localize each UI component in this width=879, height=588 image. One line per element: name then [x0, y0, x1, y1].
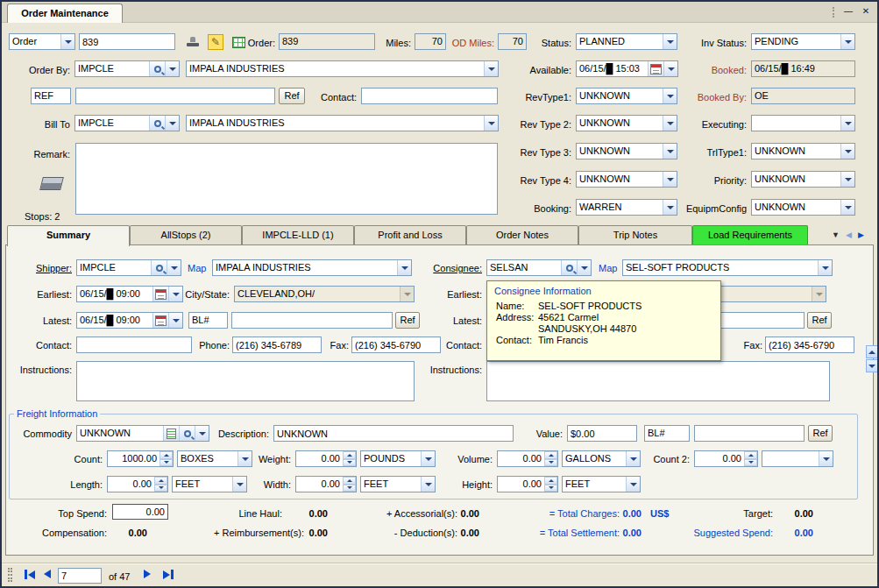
top-spend-field[interactable]: 0.00 — [112, 504, 168, 520]
count-unit-select[interactable]: BOXES — [177, 450, 252, 467]
minimize-button[interactable]: — — [841, 5, 855, 18]
calendar-icon[interactable] — [152, 313, 168, 328]
shipper-fax-input[interactable] — [351, 337, 441, 353]
close-button[interactable]: ✕ — [859, 5, 873, 18]
lookup-icon[interactable] — [179, 426, 195, 441]
consignee-fax-input[interactable] — [765, 337, 854, 353]
status-select[interactable]: PLANNED — [576, 33, 677, 50]
shipper-instructions-textarea[interactable] — [76, 361, 415, 401]
ref-button[interactable]: Ref — [279, 88, 305, 104]
ref-type-box[interactable]: REF — [31, 88, 71, 104]
record-number-input[interactable] — [58, 568, 102, 584]
spin-down-icon[interactable] — [343, 459, 356, 467]
remark-eraser-button[interactable] — [39, 172, 65, 195]
tab-scroll-right-icon[interactable]: ▶ — [858, 229, 864, 241]
chevron-down-icon[interactable] — [663, 34, 677, 49]
freight-ref-button[interactable]: Ref — [808, 425, 833, 442]
width-unit-select[interactable]: FEET — [360, 476, 436, 492]
order-search-input[interactable] — [79, 33, 175, 50]
tab-profit-and-loss[interactable]: Profit and Loss — [354, 225, 466, 244]
commodity-combo[interactable]: UNKNOWN — [76, 425, 209, 442]
calendar-icon[interactable] — [648, 61, 663, 76]
shipper-phone-input[interactable] — [232, 337, 322, 353]
consignee-label[interactable]: Consignee: — [426, 262, 482, 274]
chevron-down-icon[interactable] — [577, 260, 591, 275]
chevron-down-icon[interactable] — [840, 116, 854, 131]
length-stepper[interactable]: 0.00 — [107, 476, 168, 492]
remark-textarea[interactable] — [75, 143, 498, 215]
spin-up-icon[interactable] — [544, 477, 557, 485]
spin-up-icon[interactable] — [343, 451, 356, 459]
bill-to-name-combo[interactable]: IMPALA INDUSTRIES — [186, 115, 499, 131]
chevron-down-icon[interactable] — [663, 200, 677, 215]
consignee-name-combo[interactable]: SEL-SOFT PRODUCTS — [622, 259, 833, 276]
tab-order-notes[interactable]: Order Notes — [466, 225, 578, 244]
executing-select[interactable] — [751, 115, 855, 131]
spin-down-icon[interactable] — [343, 485, 356, 492]
next-record-button[interactable] — [144, 570, 151, 578]
spin-up-icon[interactable] — [343, 477, 356, 485]
spin-down-icon[interactable] — [744, 459, 757, 467]
shipper-name-combo[interactable]: IMPALA INDUSTRIES — [212, 259, 412, 276]
chevron-down-icon[interactable] — [840, 144, 854, 159]
panel-scroll-down-button[interactable] — [866, 359, 878, 372]
tab-trip-notes[interactable]: Trip Notes — [578, 225, 692, 244]
tab-impcle-lld[interactable]: IMPCLE-LLD (1) — [242, 225, 354, 244]
tab-menu-icon[interactable]: ▼ — [832, 229, 840, 241]
chevron-down-icon[interactable] — [421, 477, 435, 492]
count-stepper[interactable]: 1000.00 — [107, 450, 174, 467]
priority-select[interactable]: UNKNOWN — [751, 171, 855, 188]
rev-type2-select[interactable]: UNKNOWN — [576, 115, 677, 131]
calendar-icon[interactable] — [152, 287, 168, 301]
spin-down-icon[interactable] — [544, 485, 557, 492]
spin-up-icon[interactable] — [159, 451, 173, 459]
chevron-down-icon[interactable] — [840, 172, 854, 187]
chevron-down-icon[interactable] — [168, 313, 182, 328]
height-unit-select[interactable]: FEET — [562, 476, 641, 492]
rev-type3-select[interactable]: UNKNOWN — [576, 143, 677, 159]
chevron-down-icon[interactable] — [663, 172, 677, 187]
tab-scroll-left-icon[interactable]: ◀ — [846, 229, 852, 241]
order-by-code-combo[interactable]: IMPCLE — [74, 60, 180, 77]
volume-stepper[interactable]: 0.00 — [497, 450, 558, 467]
edit-button[interactable]: ✎ — [205, 32, 226, 52]
order-by-name-combo[interactable]: IMPALA INDUSTRIES — [186, 60, 499, 77]
nav-grip[interactable] — [8, 568, 12, 582]
spin-up-icon[interactable] — [744, 451, 757, 459]
shipper-bl-input[interactable] — [231, 312, 393, 329]
shipper-bl-box[interactable]: BL# — [188, 312, 228, 329]
chevron-down-icon[interactable] — [167, 260, 181, 275]
inv-status-select[interactable]: PENDING — [751, 33, 855, 50]
window-title-tab[interactable]: Order Maintenance — [7, 4, 123, 23]
tab-allstops[interactable]: AllStops (2) — [130, 225, 242, 244]
chevron-down-icon[interactable] — [663, 89, 677, 103]
chevron-down-icon[interactable] — [840, 200, 854, 215]
panel-scroll-up-button[interactable] — [866, 345, 878, 358]
revtype1-select[interactable]: UNKNOWN — [576, 88, 677, 104]
width-stepper[interactable]: 0.00 — [295, 476, 357, 492]
chevron-down-icon[interactable] — [840, 34, 854, 49]
last-record-button[interactable] — [163, 570, 174, 579]
count2-unit-select[interactable] — [762, 450, 833, 467]
spin-down-icon[interactable] — [154, 485, 167, 492]
chevron-down-icon[interactable] — [165, 61, 179, 76]
lookup-icon[interactable] — [149, 61, 165, 76]
spin-up-icon[interactable] — [154, 477, 167, 485]
chevron-down-icon[interactable] — [421, 451, 435, 466]
chevron-down-icon[interactable] — [819, 451, 833, 466]
chevron-down-icon[interactable] — [663, 116, 677, 131]
chevron-down-icon[interactable] — [195, 426, 209, 441]
shipper-ref-button[interactable]: Ref — [395, 312, 420, 329]
tab-summary[interactable]: Summary — [7, 225, 130, 246]
weight-stepper[interactable]: 0.00 — [295, 450, 357, 467]
shipper-label[interactable]: Shipper: — [26, 262, 72, 274]
previous-record-button[interactable] — [44, 570, 51, 578]
count2-stepper[interactable]: 0.00 — [694, 450, 758, 467]
chevron-down-icon[interactable] — [663, 61, 677, 76]
available-date-field[interactable]: 06/15/█ 15:03 — [576, 60, 678, 77]
lookup-icon[interactable] — [561, 260, 577, 275]
shipper-contact-input[interactable] — [76, 337, 192, 353]
shipper-code-combo[interactable]: IMPCLE — [76, 259, 181, 276]
bill-to-code-combo[interactable]: IMPCLE — [74, 115, 180, 131]
value-input[interactable] — [567, 425, 637, 442]
